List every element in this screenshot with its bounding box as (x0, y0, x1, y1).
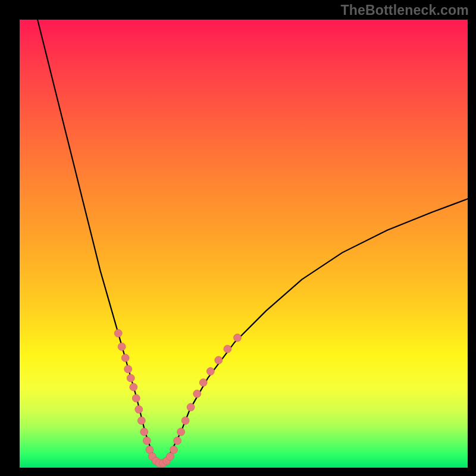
curve-marker (124, 365, 132, 373)
curve-marker (170, 446, 178, 453)
curve-marker (224, 345, 231, 353)
curve-marker (127, 374, 134, 382)
curve-marker (177, 428, 185, 436)
curve-marker (206, 368, 214, 375)
curve-marker (187, 403, 195, 411)
curve-markers (114, 330, 241, 467)
bottleneck-curve (37, 20, 468, 464)
curve-marker (193, 390, 201, 397)
curve-marker (130, 383, 137, 391)
curve-marker (167, 453, 174, 461)
curve-marker (181, 416, 189, 424)
plot-area (20, 20, 468, 468)
curve-marker (137, 416, 145, 424)
curve-marker (114, 330, 122, 337)
curve-layer (20, 20, 468, 468)
watermark-text: TheBottleneck.com (340, 2, 469, 18)
chart-frame: TheBottleneck.com (0, 0, 476, 476)
curve-marker (140, 428, 148, 436)
curve-marker (135, 406, 143, 414)
curve-marker (121, 354, 129, 362)
curve-marker (215, 356, 223, 364)
curve-marker (132, 394, 140, 402)
curve-marker (143, 437, 151, 444)
curve-marker (199, 378, 207, 386)
curve-marker (234, 334, 242, 342)
curve-marker (118, 343, 126, 350)
curve-marker (174, 437, 181, 444)
